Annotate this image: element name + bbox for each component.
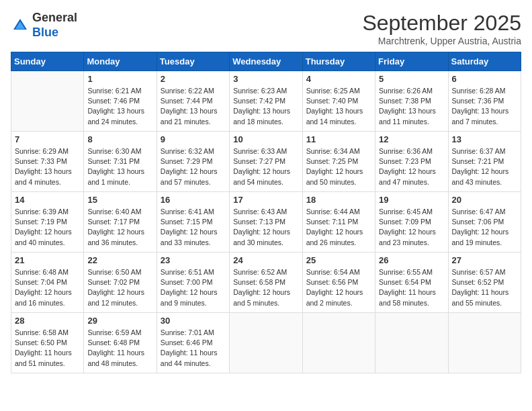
calendar-cell: 5Sunrise: 6:26 AM Sunset: 7:38 PM Daylig… xyxy=(375,71,448,132)
day-number: 15 xyxy=(87,195,152,205)
calendar-header-tuesday: Tuesday xyxy=(157,52,229,71)
day-info: Sunrise: 6:43 AM Sunset: 7:13 PM Dayligh… xyxy=(233,207,298,248)
calendar-week-row: 1Sunrise: 6:21 AM Sunset: 7:46 PM Daylig… xyxy=(11,71,521,132)
calendar-cell: 23Sunrise: 6:51 AM Sunset: 7:00 PM Dayli… xyxy=(157,253,229,313)
day-number: 16 xyxy=(161,195,226,205)
calendar-header-row: SundayMondayTuesdayWednesdayThursdayFrid… xyxy=(11,52,521,71)
day-number: 6 xyxy=(452,74,517,84)
day-info: Sunrise: 6:32 AM Sunset: 7:29 PM Dayligh… xyxy=(161,146,226,187)
day-number: 9 xyxy=(161,134,226,144)
day-info: Sunrise: 6:57 AM Sunset: 6:52 PM Dayligh… xyxy=(452,267,517,308)
day-info: Sunrise: 6:50 AM Sunset: 7:02 PM Dayligh… xyxy=(87,267,152,308)
calendar-cell: 3Sunrise: 6:23 AM Sunset: 7:42 PM Daylig… xyxy=(230,71,302,132)
calendar-cell: 9Sunrise: 6:32 AM Sunset: 7:29 PM Daylig… xyxy=(157,132,229,192)
day-number: 25 xyxy=(306,255,371,265)
logo-blue: Blue xyxy=(32,26,58,39)
day-number: 13 xyxy=(452,134,517,144)
calendar-cell: 4Sunrise: 6:25 AM Sunset: 7:40 PM Daylig… xyxy=(302,71,375,132)
day-info: Sunrise: 7:01 AM Sunset: 6:46 PM Dayligh… xyxy=(161,328,226,369)
calendar-cell: 7Sunrise: 6:29 AM Sunset: 7:33 PM Daylig… xyxy=(11,132,84,192)
day-number: 24 xyxy=(233,255,298,265)
logo-general: General xyxy=(32,11,77,24)
day-number: 30 xyxy=(161,316,226,326)
calendar-cell: 15Sunrise: 6:40 AM Sunset: 7:17 PM Dayli… xyxy=(84,192,157,253)
calendar-header-sunday: Sunday xyxy=(11,52,84,71)
calendar-week-row: 7Sunrise: 6:29 AM Sunset: 7:33 PM Daylig… xyxy=(11,132,521,192)
calendar-week-row: 14Sunrise: 6:39 AM Sunset: 7:19 PM Dayli… xyxy=(11,192,521,253)
day-number: 12 xyxy=(379,134,444,144)
day-info: Sunrise: 6:36 AM Sunset: 7:23 PM Dayligh… xyxy=(379,146,444,187)
day-number: 1 xyxy=(87,74,152,84)
day-number: 28 xyxy=(15,316,80,326)
day-number: 4 xyxy=(306,74,371,84)
calendar-cell: 30Sunrise: 7:01 AM Sunset: 6:46 PM Dayli… xyxy=(157,313,229,373)
calendar-cell xyxy=(230,313,302,373)
day-number: 2 xyxy=(161,74,226,84)
calendar-cell: 28Sunrise: 6:58 AM Sunset: 6:50 PM Dayli… xyxy=(11,313,84,373)
month-title: September 2025 xyxy=(362,11,521,36)
calendar-cell: 16Sunrise: 6:41 AM Sunset: 7:15 PM Dayli… xyxy=(157,192,229,253)
calendar-cell: 8Sunrise: 6:30 AM Sunset: 7:31 PM Daylig… xyxy=(84,132,157,192)
calendar-cell: 27Sunrise: 6:57 AM Sunset: 6:52 PM Dayli… xyxy=(448,253,521,313)
day-info: Sunrise: 6:34 AM Sunset: 7:25 PM Dayligh… xyxy=(306,146,371,187)
day-number: 19 xyxy=(379,195,444,205)
day-info: Sunrise: 6:45 AM Sunset: 7:09 PM Dayligh… xyxy=(379,207,444,248)
day-number: 18 xyxy=(306,195,371,205)
calendar-cell: 12Sunrise: 6:36 AM Sunset: 7:23 PM Dayli… xyxy=(375,132,448,192)
calendar-cell xyxy=(375,313,448,373)
calendar-cell: 26Sunrise: 6:55 AM Sunset: 6:54 PM Dayli… xyxy=(375,253,448,313)
day-number: 7 xyxy=(15,134,80,144)
calendar-week-row: 28Sunrise: 6:58 AM Sunset: 6:50 PM Dayli… xyxy=(11,313,521,373)
page-header: General Blue September 2025 Marchtrenk, … xyxy=(11,11,521,46)
calendar-cell: 2Sunrise: 6:22 AM Sunset: 7:44 PM Daylig… xyxy=(157,71,229,132)
day-number: 3 xyxy=(233,74,298,84)
calendar-cell xyxy=(11,71,84,132)
calendar-table: SundayMondayTuesdayWednesdayThursdayFrid… xyxy=(11,52,521,373)
day-info: Sunrise: 6:59 AM Sunset: 6:48 PM Dayligh… xyxy=(87,328,152,369)
calendar-cell xyxy=(302,313,375,373)
day-info: Sunrise: 6:37 AM Sunset: 7:21 PM Dayligh… xyxy=(452,146,517,187)
title-block: September 2025 Marchtrenk, Upper Austria… xyxy=(362,11,521,46)
logo-icon xyxy=(11,16,30,35)
day-info: Sunrise: 6:40 AM Sunset: 7:17 PM Dayligh… xyxy=(87,207,152,248)
calendar-header-thursday: Thursday xyxy=(302,52,375,71)
calendar-cell: 18Sunrise: 6:44 AM Sunset: 7:11 PM Dayli… xyxy=(302,192,375,253)
day-number: 29 xyxy=(87,316,152,326)
day-info: Sunrise: 6:41 AM Sunset: 7:15 PM Dayligh… xyxy=(161,207,226,248)
day-info: Sunrise: 6:25 AM Sunset: 7:40 PM Dayligh… xyxy=(306,86,371,127)
day-number: 21 xyxy=(15,255,80,265)
calendar-header-saturday: Saturday xyxy=(448,52,521,71)
day-number: 14 xyxy=(15,195,80,205)
calendar-header-wednesday: Wednesday xyxy=(230,52,302,71)
calendar-cell: 24Sunrise: 6:52 AM Sunset: 6:58 PM Dayli… xyxy=(230,253,302,313)
day-info: Sunrise: 6:22 AM Sunset: 7:44 PM Dayligh… xyxy=(161,86,226,127)
logo-text: General Blue xyxy=(32,11,77,40)
calendar-week-row: 21Sunrise: 6:48 AM Sunset: 7:04 PM Dayli… xyxy=(11,253,521,313)
day-number: 23 xyxy=(161,255,226,265)
calendar-cell: 10Sunrise: 6:33 AM Sunset: 7:27 PM Dayli… xyxy=(230,132,302,192)
calendar-cell xyxy=(448,313,521,373)
day-info: Sunrise: 6:54 AM Sunset: 6:56 PM Dayligh… xyxy=(306,267,371,308)
day-number: 20 xyxy=(452,195,517,205)
day-number: 17 xyxy=(233,195,298,205)
calendar-cell: 1Sunrise: 6:21 AM Sunset: 7:46 PM Daylig… xyxy=(84,71,157,132)
day-number: 8 xyxy=(87,134,152,144)
day-number: 27 xyxy=(452,255,517,265)
calendar-cell: 29Sunrise: 6:59 AM Sunset: 6:48 PM Dayli… xyxy=(84,313,157,373)
day-info: Sunrise: 6:58 AM Sunset: 6:50 PM Dayligh… xyxy=(15,328,80,369)
day-info: Sunrise: 6:52 AM Sunset: 6:58 PM Dayligh… xyxy=(233,267,298,308)
day-info: Sunrise: 6:23 AM Sunset: 7:42 PM Dayligh… xyxy=(233,86,298,127)
day-number: 5 xyxy=(379,74,444,84)
day-info: Sunrise: 6:26 AM Sunset: 7:38 PM Dayligh… xyxy=(379,86,444,127)
location-subtitle: Marchtrenk, Upper Austria, Austria xyxy=(362,36,521,46)
day-info: Sunrise: 6:33 AM Sunset: 7:27 PM Dayligh… xyxy=(233,146,298,187)
day-info: Sunrise: 6:21 AM Sunset: 7:46 PM Dayligh… xyxy=(87,86,152,127)
calendar-cell: 25Sunrise: 6:54 AM Sunset: 6:56 PM Dayli… xyxy=(302,253,375,313)
calendar-cell: 22Sunrise: 6:50 AM Sunset: 7:02 PM Dayli… xyxy=(84,253,157,313)
calendar-cell: 11Sunrise: 6:34 AM Sunset: 7:25 PM Dayli… xyxy=(302,132,375,192)
day-info: Sunrise: 6:55 AM Sunset: 6:54 PM Dayligh… xyxy=(379,267,444,308)
day-info: Sunrise: 6:28 AM Sunset: 7:36 PM Dayligh… xyxy=(452,86,517,127)
day-info: Sunrise: 6:47 AM Sunset: 7:06 PM Dayligh… xyxy=(452,207,517,248)
day-number: 11 xyxy=(306,134,371,144)
calendar-cell: 19Sunrise: 6:45 AM Sunset: 7:09 PM Dayli… xyxy=(375,192,448,253)
